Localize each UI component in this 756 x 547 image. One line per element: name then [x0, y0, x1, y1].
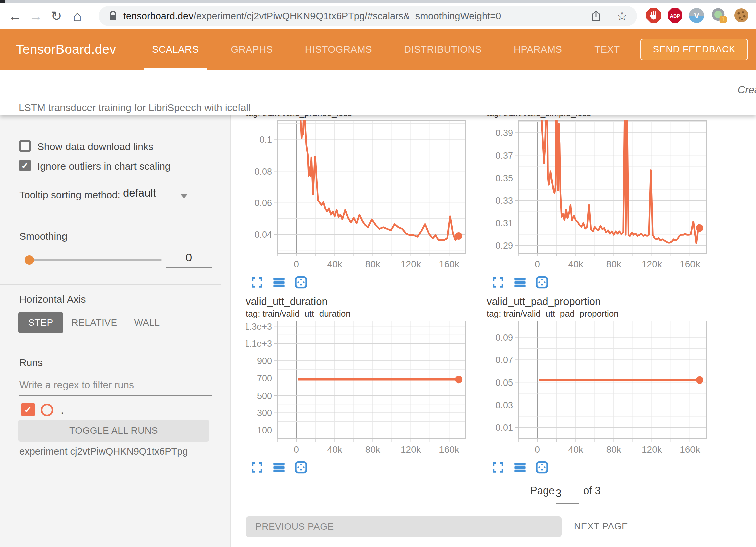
tab-scalars[interactable]: SCALARS [144, 29, 207, 70]
next-page-button[interactable]: NEXT PAGE [574, 521, 628, 532]
svg-text:0.33: 0.33 [495, 196, 513, 206]
chart-actions [491, 276, 711, 289]
ignore-outliers-label: Ignore outliers in chart scaling [37, 160, 171, 172]
fit-domain-button[interactable] [535, 276, 549, 289]
data-download-icon [513, 285, 527, 290]
toggle-all-runs-button[interactable]: TOGGLE ALL RUNS [18, 420, 209, 442]
run-color-ring-icon[interactable] [41, 404, 53, 416]
svg-text:ABP: ABP [670, 13, 680, 19]
adblock-plus-icon[interactable]: ABP [667, 7, 683, 23]
smoothing-slider-thumb[interactable] [25, 255, 34, 265]
tooltip-sorting-select[interactable]: default [123, 187, 156, 199]
svg-text:0.08: 0.08 [254, 167, 272, 177]
data-download-button[interactable] [513, 461, 527, 474]
fullscreen-button[interactable] [250, 276, 264, 289]
fit-domain-icon [294, 470, 308, 475]
content-blocker-icon[interactable] [646, 7, 662, 23]
active-tab-edge [0, 0, 5, 3]
line-chart[interactable]: 040k80k120k160k0.040.060.080.1 [246, 120, 470, 272]
forward-button[interactable]: → [25, 9, 46, 23]
smoothing-value-input[interactable] [167, 251, 211, 264]
back-button[interactable]: ← [5, 9, 25, 23]
svg-text:80k: 80k [365, 259, 381, 269]
ignore-outliers-checkbox[interactable]: ✓ [19, 160, 31, 171]
show-download-links-label: Show data download links [37, 141, 153, 152]
svg-text:0: 0 [294, 259, 299, 269]
svg-text:0.01: 0.01 [495, 423, 513, 433]
fit-domain-button[interactable] [294, 276, 308, 289]
url-text[interactable]: tensorboard.dev/experiment/cj2vtPiwQHKN9… [123, 11, 501, 22]
axis-relative-button[interactable]: RELATIVE [71, 312, 118, 333]
svg-text:1.1e+3: 1.1e+3 [246, 339, 272, 349]
run-checkbox[interactable]: ✓ [21, 403, 35, 416]
address-bar[interactable]: tensorboard.dev/experiment/cj2vtPiwQHKN9… [99, 6, 637, 26]
svg-text:1: 1 [722, 16, 725, 22]
svg-text:0: 0 [535, 259, 540, 269]
axis-step-button[interactable]: STEP [18, 312, 63, 333]
tab-graphs[interactable]: GRAPHS [223, 29, 281, 70]
reload-button[interactable]: ↻ [46, 9, 67, 23]
chart-title: valid_utt_duration [246, 295, 470, 308]
data-download-icon [272, 470, 286, 475]
smoothing-slider-track[interactable] [27, 259, 162, 261]
axis-wall-button[interactable]: WALL [130, 312, 164, 333]
cookie-icon[interactable] [733, 7, 749, 23]
data-download-button[interactable] [272, 461, 286, 474]
data-download-button[interactable] [513, 276, 527, 289]
bookmark-star-icon[interactable]: ☆ [616, 10, 628, 22]
svg-text:80k: 80k [606, 259, 622, 269]
runs-label: Runs [19, 357, 43, 368]
svg-text:160k: 160k [680, 259, 701, 269]
forward-arrow-icon: → [29, 9, 42, 23]
fullscreen-icon [491, 285, 505, 290]
svg-text:120k: 120k [642, 259, 662, 269]
data-download-button[interactable] [272, 276, 286, 289]
line-chart[interactable]: 040k80k120k160k0.290.310.330.350.370.39 [487, 120, 711, 272]
chart-card: tag: train/valid_pruned_loss 040k80k120k… [239, 94, 470, 289]
show-download-links-checkbox[interactable] [19, 140, 31, 152]
fullscreen-button[interactable] [491, 276, 505, 289]
previous-page-button[interactable]: PREVIOUS PAGE [246, 516, 562, 537]
back-arrow-icon: ← [8, 9, 22, 23]
app-brand: TensorBoard.dev [16, 29, 116, 70]
tab-distributions[interactable]: DISTRIBUTIONS [396, 29, 490, 70]
svg-text:120k: 120k [642, 444, 662, 455]
svg-text:0.05: 0.05 [495, 378, 513, 388]
tooltip-select-underline [122, 205, 194, 205]
svg-text:0.37: 0.37 [495, 151, 513, 161]
url-path: /experiment/cj2vtPiwQHKN9Q1tx6PTpg/#scal… [194, 11, 501, 21]
chart-tag: tag: train/valid_utt_duration [246, 308, 470, 319]
send-feedback-button[interactable]: SEND FEEDBACK [640, 39, 748, 60]
page-input-underline [556, 503, 579, 504]
svg-text:80k: 80k [606, 444, 622, 455]
app-header: TensorBoard.dev SCALARS GRAPHS HISTOGRAM… [0, 29, 756, 70]
home-icon: ⌂ [73, 8, 82, 24]
line-chart[interactable]: 040k80k120k160k0.010.030.050.070.09 [487, 321, 711, 457]
svg-text:V: V [694, 11, 699, 20]
home-button[interactable]: ⌂ [67, 9, 88, 23]
svg-text:120k: 120k [401, 259, 421, 269]
svg-text:80k: 80k [365, 444, 381, 455]
tab-hparams[interactable]: HPARAMS [506, 29, 570, 70]
fullscreen-button[interactable] [491, 461, 505, 474]
data-download-icon [513, 470, 527, 475]
share-icon[interactable] [590, 10, 602, 22]
svg-text:300: 300 [257, 408, 272, 418]
fullscreen-button[interactable] [250, 461, 264, 474]
tab-text[interactable]: TEXT [586, 29, 628, 70]
line-chart[interactable]: 040k80k120k160k1003005007009001.1e+31.3e… [246, 321, 470, 457]
chart-card: valid_utt_pad_proportion tag: train/vali… [480, 295, 711, 474]
svg-text:40k: 40k [327, 259, 343, 269]
chart-card: valid_utt_duration tag: train/valid_utt_… [239, 295, 470, 474]
svg-text:0.39: 0.39 [495, 128, 513, 138]
fit-domain-button[interactable] [535, 461, 549, 474]
fit-domain-button[interactable] [294, 461, 308, 474]
profile-avatar-icon[interactable]: 1 [710, 7, 728, 23]
page-number-input[interactable] [556, 487, 579, 500]
runs-filter-input[interactable] [19, 379, 212, 391]
tab-histograms[interactable]: HISTOGRAMS [297, 29, 380, 70]
chart-actions [250, 461, 470, 474]
svg-text:0: 0 [535, 444, 540, 455]
vimium-icon[interactable]: V [688, 7, 705, 23]
svg-text:500: 500 [257, 391, 272, 401]
